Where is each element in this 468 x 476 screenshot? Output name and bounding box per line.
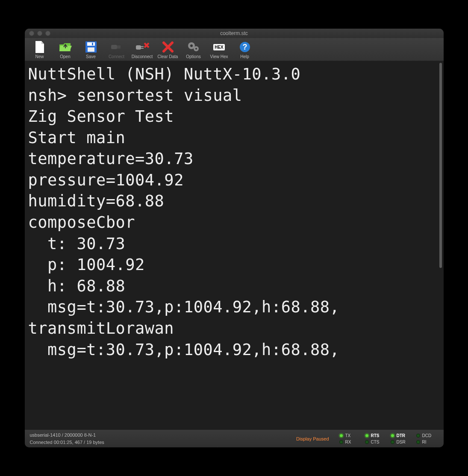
svg-text:?: ? — [242, 43, 247, 51]
close-window-button[interactable] — [29, 31, 34, 36]
svg-marker-1 — [41, 41, 44, 44]
connect-label: Connect — [109, 54, 124, 59]
status-connected-line: Connected 00:01:25, 467 / 19 bytes — [30, 439, 290, 446]
clear-data-button[interactable]: Clear Data — [156, 40, 180, 60]
window-title: coolterm.stc — [220, 30, 248, 36]
clear-x-icon — [162, 41, 174, 53]
disconnect-plug-icon — [135, 41, 150, 53]
traffic-lights — [29, 31, 50, 36]
svg-rect-9 — [117, 47, 121, 48]
viewhex-label: View Hex — [210, 54, 228, 59]
save-label: Save — [86, 54, 96, 59]
scrollbar-thumb[interactable] — [439, 63, 442, 268]
app-window: coolterm.stc New Open Save Connect — [25, 29, 444, 447]
toolbar: New Open Save Connect Disconnect — [25, 38, 444, 61]
terminal-output[interactable]: NuttShell (NSH) NuttX-10.3.0 nsh> sensor… — [25, 61, 438, 429]
status-connection-line: usbserial-1410 / 2000000 8-N-1 — [30, 432, 290, 439]
hex-icon: HEX — [213, 41, 225, 53]
svg-rect-12 — [141, 48, 144, 49]
dsr-led — [391, 440, 394, 444]
rx-label: RX — [345, 440, 351, 444]
cts-label: CTS — [371, 440, 380, 444]
help-icon: ? — [239, 41, 250, 53]
titlebar: coolterm.stc — [25, 29, 444, 38]
open-label: Open — [60, 54, 70, 59]
dcd-led — [416, 434, 420, 438]
status-left: usbserial-1410 / 2000000 8-N-1 Connected… — [30, 432, 290, 446]
minimize-window-button[interactable] — [37, 31, 42, 36]
statusbar: usbserial-1410 / 2000000 8-N-1 Connected… — [25, 429, 444, 447]
disconnect-label: Disconnect — [132, 54, 153, 59]
led-panel: TX RX RTS CTS DTR DSR DCD RI — [339, 433, 439, 444]
new-file-icon — [35, 41, 45, 53]
terminal-area: NuttShell (NSH) NuttX-10.3.0 nsh> sensor… — [25, 61, 444, 429]
connect-button[interactable]: Connect — [104, 40, 129, 60]
connect-plug-icon — [110, 41, 123, 53]
open-button[interactable]: Open — [53, 40, 78, 60]
options-button[interactable]: Options — [181, 40, 206, 60]
ri-label: RI — [422, 440, 427, 444]
svg-rect-6 — [92, 43, 93, 45]
new-label: New — [35, 54, 44, 59]
rx-led — [339, 440, 343, 444]
tx-label: TX — [345, 433, 351, 438]
display-paused-label: Display Paused — [296, 436, 329, 441]
help-button[interactable]: ? Help — [233, 40, 257, 60]
tx-led — [339, 434, 343, 438]
clear-label: Clear Data — [158, 54, 178, 59]
disconnect-button[interactable]: Disconnect — [130, 40, 155, 60]
options-label: Options — [186, 54, 200, 59]
new-button[interactable]: New — [27, 40, 52, 60]
svg-rect-4 — [87, 42, 95, 46]
open-folder-icon — [59, 41, 72, 53]
svg-point-16 — [195, 48, 197, 50]
ri-led — [416, 440, 420, 444]
help-label: Help — [240, 54, 249, 59]
dcd-label: DCD — [422, 433, 432, 438]
svg-rect-11 — [141, 46, 144, 47]
maximize-window-button[interactable] — [45, 31, 50, 36]
cts-led — [365, 440, 369, 444]
scrollbar-track[interactable] — [438, 61, 444, 429]
view-hex-button[interactable]: HEX View Hex — [207, 40, 232, 60]
save-floppy-icon — [85, 41, 97, 53]
svg-rect-2 — [65, 44, 66, 48]
dsr-label: DSR — [397, 440, 406, 444]
svg-rect-5 — [88, 47, 94, 52]
dtr-label: DTR — [397, 433, 406, 438]
dtr-led[interactable] — [391, 434, 394, 438]
svg-rect-8 — [117, 46, 121, 47]
rts-led[interactable] — [365, 434, 369, 438]
gear-icon — [187, 41, 200, 53]
save-button[interactable]: Save — [79, 40, 103, 60]
svg-rect-7 — [111, 45, 117, 49]
rts-label: RTS — [371, 433, 380, 438]
svg-rect-10 — [136, 45, 141, 50]
svg-point-14 — [190, 44, 193, 47]
